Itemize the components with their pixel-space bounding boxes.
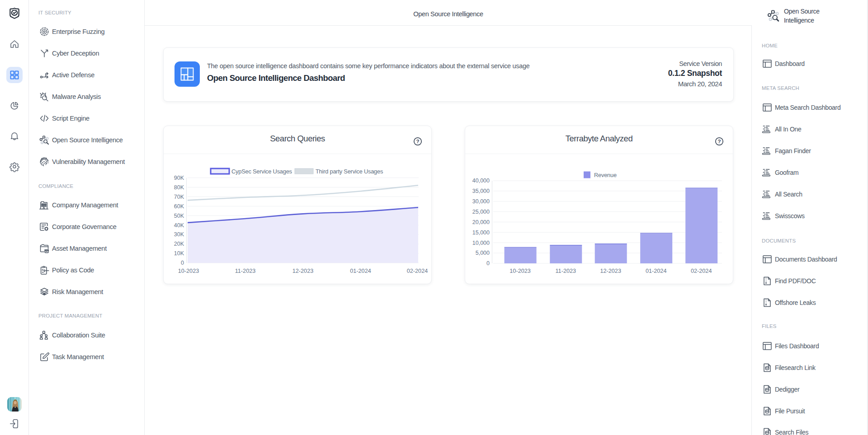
svg-text:25,000: 25,000 bbox=[472, 209, 490, 215]
svg-text:20K: 20K bbox=[174, 241, 184, 247]
svg-text:10-2023: 10-2023 bbox=[178, 268, 199, 274]
svg-text:40K: 40K bbox=[174, 222, 184, 229]
svg-text:15,000: 15,000 bbox=[472, 229, 490, 236]
svg-text:?: ? bbox=[717, 139, 721, 144]
svg-text:90K: 90K bbox=[174, 175, 184, 181]
svg-text:35,000: 35,000 bbox=[472, 188, 490, 194]
svg-text:Revenue: Revenue bbox=[594, 172, 617, 178]
svg-text:5,000: 5,000 bbox=[476, 250, 490, 256]
svg-text:01-2024: 01-2024 bbox=[350, 268, 371, 274]
svg-text:12-2023: 12-2023 bbox=[600, 268, 621, 274]
svg-text:20,000: 20,000 bbox=[472, 219, 490, 225]
svg-text:10-2023: 10-2023 bbox=[509, 268, 531, 274]
svg-text:Third party Service Usages: Third party Service Usages bbox=[316, 168, 383, 175]
svg-text:80K: 80K bbox=[174, 184, 184, 191]
svg-text:30K: 30K bbox=[174, 231, 184, 238]
svg-text:50K: 50K bbox=[174, 213, 184, 219]
svg-text:CypSec Service Usages: CypSec Service Usages bbox=[231, 168, 292, 175]
svg-text:0: 0 bbox=[181, 260, 184, 266]
svg-text:01-2024: 01-2024 bbox=[646, 268, 667, 274]
svg-text:12-2023: 12-2023 bbox=[292, 268, 314, 274]
svg-text:30,000: 30,000 bbox=[472, 198, 490, 205]
svg-text:0: 0 bbox=[486, 260, 490, 267]
svg-text:70K: 70K bbox=[174, 194, 184, 200]
svg-text:02-2024: 02-2024 bbox=[407, 268, 428, 274]
svg-text:10,000: 10,000 bbox=[472, 240, 490, 246]
svg-text:60K: 60K bbox=[174, 203, 184, 210]
svg-text:10K: 10K bbox=[174, 250, 184, 257]
svg-text:?: ? bbox=[416, 139, 419, 144]
svg-text:40,000: 40,000 bbox=[472, 178, 490, 184]
svg-text:11-2023: 11-2023 bbox=[555, 268, 576, 274]
svg-text:11-2023: 11-2023 bbox=[235, 268, 256, 274]
svg-text:02-2024: 02-2024 bbox=[691, 268, 712, 274]
